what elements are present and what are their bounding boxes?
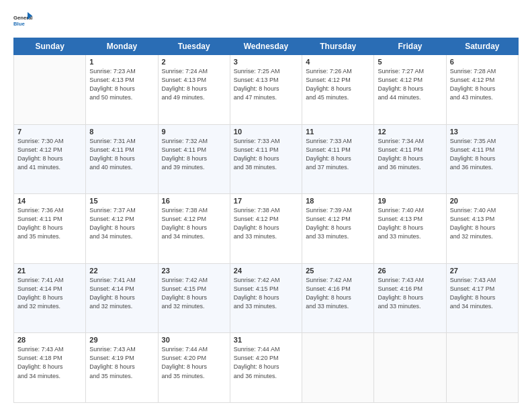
day-info: Sunrise: 7:38 AMSunset: 4:12 PMDaylight:… bbox=[162, 206, 226, 241]
day-number: 29 bbox=[89, 336, 154, 344]
day-info: Sunrise: 7:42 AMSunset: 4:15 PMDaylight:… bbox=[162, 276, 226, 311]
week-row-3: 14Sunrise: 7:36 AMSunset: 4:11 PMDayligh… bbox=[14, 194, 519, 264]
day-number: 1 bbox=[89, 58, 154, 66]
calendar-cell: 16Sunrise: 7:38 AMSunset: 4:12 PMDayligh… bbox=[158, 194, 230, 264]
weekday-header-friday: Friday bbox=[374, 38, 446, 55]
day-info: Sunrise: 7:44 AMSunset: 4:20 PMDaylight:… bbox=[162, 345, 226, 380]
calendar-cell bbox=[14, 55, 86, 125]
day-info: Sunrise: 7:25 AMSunset: 4:13 PMDaylight:… bbox=[234, 67, 298, 102]
day-number: 23 bbox=[162, 267, 226, 275]
day-info: Sunrise: 7:37 AMSunset: 4:12 PMDaylight:… bbox=[89, 206, 154, 241]
day-info: Sunrise: 7:27 AMSunset: 4:12 PMDaylight:… bbox=[378, 67, 442, 102]
day-info: Sunrise: 7:24 AMSunset: 4:13 PMDaylight:… bbox=[162, 67, 226, 102]
day-number: 16 bbox=[162, 197, 226, 205]
day-info: Sunrise: 7:39 AMSunset: 4:12 PMDaylight:… bbox=[306, 206, 370, 241]
weekday-header-tuesday: Tuesday bbox=[158, 38, 230, 55]
weekday-header-wednesday: Wednesday bbox=[230, 38, 302, 55]
day-number: 30 bbox=[162, 336, 226, 344]
day-number: 31 bbox=[234, 336, 298, 344]
calendar-cell: 21Sunrise: 7:41 AMSunset: 4:14 PMDayligh… bbox=[14, 263, 86, 333]
day-number: 14 bbox=[17, 197, 82, 205]
calendar-cell: 2Sunrise: 7:24 AMSunset: 4:13 PMDaylight… bbox=[158, 55, 230, 125]
calendar-cell: 30Sunrise: 7:44 AMSunset: 4:20 PMDayligh… bbox=[158, 333, 230, 403]
day-info: Sunrise: 7:40 AMSunset: 4:13 PMDaylight:… bbox=[378, 206, 442, 241]
week-row-5: 28Sunrise: 7:43 AMSunset: 4:18 PMDayligh… bbox=[14, 333, 519, 403]
weekday-header-saturday: Saturday bbox=[446, 38, 518, 55]
calendar-cell: 11Sunrise: 7:33 AMSunset: 4:11 PMDayligh… bbox=[302, 124, 374, 194]
day-number: 28 bbox=[17, 336, 82, 344]
day-info: Sunrise: 7:41 AMSunset: 4:14 PMDaylight:… bbox=[89, 276, 154, 311]
calendar-cell: 1Sunrise: 7:23 AMSunset: 4:13 PMDaylight… bbox=[86, 55, 158, 125]
day-number: 11 bbox=[306, 128, 370, 136]
week-row-4: 21Sunrise: 7:41 AMSunset: 4:14 PMDayligh… bbox=[14, 263, 519, 333]
day-number: 18 bbox=[306, 197, 370, 205]
calendar-cell: 23Sunrise: 7:42 AMSunset: 4:15 PMDayligh… bbox=[158, 263, 230, 333]
weekday-header-thursday: Thursday bbox=[302, 38, 374, 55]
day-number: 26 bbox=[378, 267, 442, 275]
calendar-cell bbox=[446, 333, 518, 403]
day-info: Sunrise: 7:33 AMSunset: 4:11 PMDaylight:… bbox=[306, 137, 370, 172]
day-info: Sunrise: 7:28 AMSunset: 4:12 PMDaylight:… bbox=[450, 67, 515, 102]
calendar-cell: 5Sunrise: 7:27 AMSunset: 4:12 PMDaylight… bbox=[374, 55, 446, 125]
logo-icon: GeneralBlue bbox=[13, 12, 32, 31]
day-info: Sunrise: 7:43 AMSunset: 4:17 PMDaylight:… bbox=[450, 276, 515, 311]
day-info: Sunrise: 7:30 AMSunset: 4:12 PMDaylight:… bbox=[17, 137, 82, 172]
day-info: Sunrise: 7:38 AMSunset: 4:12 PMDaylight:… bbox=[234, 206, 298, 241]
day-number: 8 bbox=[89, 128, 154, 136]
calendar-cell: 31Sunrise: 7:44 AMSunset: 4:20 PMDayligh… bbox=[230, 333, 302, 403]
day-number: 27 bbox=[450, 267, 515, 275]
day-number: 3 bbox=[234, 58, 298, 66]
day-number: 25 bbox=[306, 267, 370, 275]
day-number: 19 bbox=[378, 197, 442, 205]
calendar-cell: 19Sunrise: 7:40 AMSunset: 4:13 PMDayligh… bbox=[374, 194, 446, 264]
calendar-cell: 29Sunrise: 7:43 AMSunset: 4:19 PMDayligh… bbox=[86, 333, 158, 403]
day-info: Sunrise: 7:44 AMSunset: 4:20 PMDaylight:… bbox=[234, 345, 298, 380]
day-info: Sunrise: 7:36 AMSunset: 4:11 PMDaylight:… bbox=[17, 206, 82, 241]
header: GeneralBlue bbox=[13, 12, 519, 31]
calendar-cell: 12Sunrise: 7:34 AMSunset: 4:11 PMDayligh… bbox=[374, 124, 446, 194]
day-number: 7 bbox=[17, 128, 82, 136]
day-info: Sunrise: 7:35 AMSunset: 4:11 PMDaylight:… bbox=[450, 137, 515, 172]
calendar-cell: 7Sunrise: 7:30 AMSunset: 4:12 PMDaylight… bbox=[14, 124, 86, 194]
calendar-cell: 8Sunrise: 7:31 AMSunset: 4:11 PMDaylight… bbox=[86, 124, 158, 194]
day-number: 10 bbox=[234, 128, 298, 136]
day-number: 6 bbox=[450, 58, 515, 66]
calendar-cell: 27Sunrise: 7:43 AMSunset: 4:17 PMDayligh… bbox=[446, 263, 518, 333]
calendar-table: SundayMondayTuesdayWednesdayThursdayFrid… bbox=[13, 38, 519, 403]
calendar-cell: 28Sunrise: 7:43 AMSunset: 4:18 PMDayligh… bbox=[14, 333, 86, 403]
calendar-cell bbox=[374, 333, 446, 403]
day-info: Sunrise: 7:31 AMSunset: 4:11 PMDaylight:… bbox=[89, 137, 154, 172]
calendar-cell: 25Sunrise: 7:42 AMSunset: 4:16 PMDayligh… bbox=[302, 263, 374, 333]
day-number: 12 bbox=[378, 128, 442, 136]
day-number: 20 bbox=[450, 197, 515, 205]
weekday-header-monday: Monday bbox=[86, 38, 158, 55]
day-number: 2 bbox=[162, 58, 226, 66]
day-info: Sunrise: 7:23 AMSunset: 4:13 PMDaylight:… bbox=[89, 67, 154, 102]
day-info: Sunrise: 7:43 AMSunset: 4:19 PMDaylight:… bbox=[89, 345, 154, 380]
calendar-cell: 10Sunrise: 7:33 AMSunset: 4:11 PMDayligh… bbox=[230, 124, 302, 194]
day-number: 24 bbox=[234, 267, 298, 275]
day-info: Sunrise: 7:33 AMSunset: 4:11 PMDaylight:… bbox=[234, 137, 298, 172]
calendar-cell: 26Sunrise: 7:43 AMSunset: 4:16 PMDayligh… bbox=[374, 263, 446, 333]
day-number: 21 bbox=[17, 267, 82, 275]
day-number: 9 bbox=[162, 128, 226, 136]
week-row-2: 7Sunrise: 7:30 AMSunset: 4:12 PMDaylight… bbox=[14, 124, 519, 194]
day-info: Sunrise: 7:34 AMSunset: 4:11 PMDaylight:… bbox=[378, 137, 442, 172]
day-number: 4 bbox=[306, 58, 370, 66]
weekday-header-row: SundayMondayTuesdayWednesdayThursdayFrid… bbox=[14, 38, 519, 55]
calendar-cell: 15Sunrise: 7:37 AMSunset: 4:12 PMDayligh… bbox=[86, 194, 158, 264]
calendar-cell: 9Sunrise: 7:32 AMSunset: 4:11 PMDaylight… bbox=[158, 124, 230, 194]
day-info: Sunrise: 7:32 AMSunset: 4:11 PMDaylight:… bbox=[162, 137, 226, 172]
calendar-cell: 13Sunrise: 7:35 AMSunset: 4:11 PMDayligh… bbox=[446, 124, 518, 194]
day-info: Sunrise: 7:26 AMSunset: 4:12 PMDaylight:… bbox=[306, 67, 370, 102]
day-info: Sunrise: 7:42 AMSunset: 4:16 PMDaylight:… bbox=[306, 276, 370, 311]
logo: GeneralBlue bbox=[13, 12, 35, 31]
day-number: 13 bbox=[450, 128, 515, 136]
calendar-cell: 4Sunrise: 7:26 AMSunset: 4:12 PMDaylight… bbox=[302, 55, 374, 125]
day-number: 17 bbox=[234, 197, 298, 205]
calendar-cell bbox=[302, 333, 374, 403]
calendar-cell: 17Sunrise: 7:38 AMSunset: 4:12 PMDayligh… bbox=[230, 194, 302, 264]
day-info: Sunrise: 7:41 AMSunset: 4:14 PMDaylight:… bbox=[17, 276, 82, 311]
day-number: 22 bbox=[89, 267, 154, 275]
calendar-cell: 14Sunrise: 7:36 AMSunset: 4:11 PMDayligh… bbox=[14, 194, 86, 264]
